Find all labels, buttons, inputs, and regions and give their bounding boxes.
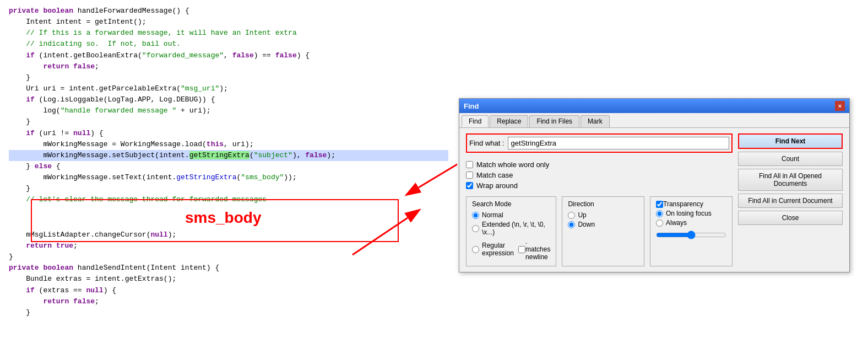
find-dialog-titlebar: Find × bbox=[459, 99, 849, 113]
transparency-always-row: Always bbox=[656, 219, 726, 227]
direction-box: Direction Up Down bbox=[562, 196, 644, 266]
tab-find-in-files[interactable]: Find in Files bbox=[529, 115, 579, 127]
direction-up-radio[interactable] bbox=[568, 212, 575, 219]
match-whole-word-label: Match whole word only bbox=[476, 160, 549, 169]
find-all-opened-button[interactable]: Find All in All Opened Documents bbox=[738, 169, 843, 191]
close-button[interactable]: Close bbox=[738, 211, 843, 225]
find-what-row: Find what : bbox=[466, 133, 733, 153]
find-right-panel: Find Next Count Find All in All Opened D… bbox=[738, 133, 843, 266]
match-case-checkbox[interactable] bbox=[466, 172, 473, 179]
search-extended-radio[interactable] bbox=[472, 225, 479, 232]
match-whole-word-row: Match whole word only bbox=[466, 160, 733, 169]
direction-down-radio[interactable] bbox=[568, 221, 575, 228]
search-normal-row: Normal bbox=[472, 211, 550, 219]
find-body: Find what : Match whole word only Match … bbox=[459, 128, 849, 272]
checkboxes-section: Match whole word only Match case Wrap ar… bbox=[466, 160, 733, 190]
wrap-around-label: Wrap around bbox=[476, 181, 518, 190]
direction-down-label: Down bbox=[578, 221, 595, 228]
search-extended-label: Extended (\n, \r, \t, \0, \x...) bbox=[482, 221, 550, 236]
search-normal-radio[interactable] bbox=[472, 212, 479, 219]
search-regex-row: Regular expression . matches newline bbox=[472, 238, 550, 261]
tab-find[interactable]: Find bbox=[462, 115, 489, 127]
match-case-label: Match case bbox=[476, 171, 513, 179]
wrap-around-checkbox[interactable] bbox=[466, 182, 473, 189]
wrap-around-row: Wrap around bbox=[466, 181, 733, 190]
search-regex-radio[interactable] bbox=[472, 246, 479, 253]
direction-up-label: Up bbox=[578, 211, 586, 219]
code-area: private boolean handleForwardedMessage()… bbox=[0, 0, 457, 364]
find-dialog-title: Find bbox=[464, 102, 479, 110]
match-whole-word-checkbox[interactable] bbox=[466, 161, 473, 168]
matches-newline-label: . matches newline bbox=[525, 238, 550, 261]
search-extended-row: Extended (\n, \r, \t, \0, \x...) bbox=[472, 221, 550, 236]
search-mode-box: Search Mode Normal Extended (\n, \r, \t,… bbox=[466, 196, 556, 266]
find-all-current-button[interactable]: Find All in Current Document bbox=[738, 194, 843, 208]
tab-replace[interactable]: Replace bbox=[490, 115, 528, 127]
direction-up-row: Up bbox=[568, 211, 638, 219]
transparency-box: Transparency On losing focus Always bbox=[650, 196, 733, 266]
search-regex-label: Regular expression bbox=[482, 242, 514, 257]
direction-down-row: Down bbox=[568, 221, 638, 228]
transparency-on-focus-label: On losing focus bbox=[666, 210, 712, 217]
find-next-button[interactable]: Find Next bbox=[738, 133, 843, 149]
bottom-sections: Search Mode Normal Extended (\n, \r, \t,… bbox=[466, 196, 733, 266]
tab-mark[interactable]: Mark bbox=[581, 115, 610, 127]
transparency-always-label: Always bbox=[666, 219, 687, 227]
search-normal-label: Normal bbox=[482, 211, 503, 219]
transparency-enable-checkbox[interactable] bbox=[656, 201, 663, 208]
find-dialog: Find × Find Replace Find in Files Mark F… bbox=[459, 98, 850, 272]
search-mode-title: Search Mode bbox=[472, 200, 550, 208]
transparency-on-focus-radio[interactable] bbox=[656, 210, 663, 217]
count-button[interactable]: Count bbox=[738, 152, 843, 166]
matches-newline-checkbox[interactable] bbox=[518, 246, 525, 253]
transparency-header-row: Transparency bbox=[656, 200, 726, 208]
direction-title: Direction bbox=[568, 200, 638, 208]
match-case-row: Match case bbox=[466, 171, 733, 179]
transparency-slider[interactable] bbox=[656, 231, 726, 239]
transparency-on-focus-row: On losing focus bbox=[656, 210, 726, 217]
find-dialog-close-button[interactable]: × bbox=[835, 101, 845, 111]
find-left-panel: Find what : Match whole word only Match … bbox=[466, 133, 733, 266]
find-what-label: Find what : bbox=[469, 139, 504, 147]
transparency-title: Transparency bbox=[663, 200, 703, 208]
find-tabs: Find Replace Find in Files Mark bbox=[459, 113, 849, 128]
find-what-input[interactable] bbox=[508, 137, 729, 149]
transparency-always-radio[interactable] bbox=[656, 220, 663, 227]
